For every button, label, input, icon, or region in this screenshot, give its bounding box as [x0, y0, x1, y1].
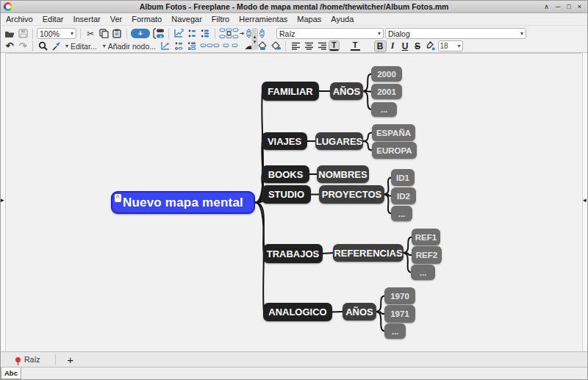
edit-pointer-button[interactable]: [50, 40, 62, 52]
node-details-text-button[interactable]: T: [351, 41, 360, 51]
mindmap-edge: [322, 253, 334, 254]
right-panel-splitter[interactable]: ◂: [582, 53, 587, 351]
mindmap-node-anos2[interactable]: AÑOS: [343, 303, 376, 320]
menu-filtro[interactable]: Filtro: [212, 15, 229, 24]
mindmap-node-dots3[interactable]: ...: [411, 265, 435, 280]
mindmap-node-y2001[interactable]: 2001: [371, 84, 402, 99]
mindmap-node-analogico[interactable]: ANALOGICO: [263, 303, 332, 321]
chart-up-icon[interactable]: [173, 28, 184, 40]
layout-grid2-icon[interactable]: [199, 40, 242, 52]
maximize-icon[interactable]: □: [567, 1, 570, 12]
edge-style-button-2[interactable]: [270, 40, 282, 52]
mindmap-node-label: AÑOS: [345, 306, 373, 318]
style-combo[interactable]: Dialog ▾: [385, 28, 526, 39]
root-node-combo[interactable]: Raíz ▾: [276, 28, 384, 39]
mindmap-node-familiar[interactable]: FAMILIAR: [262, 82, 319, 101]
chart-diagonal-icon[interactable]: [159, 40, 171, 52]
mindmap-node-label: ...: [420, 268, 427, 277]
mindmap-node-label: NOMBRES: [318, 169, 367, 180]
redo-button[interactable]: ↷: [17, 40, 29, 52]
close-icon[interactable]: ×: [578, 1, 581, 12]
menu-formato[interactable]: Formato: [132, 15, 162, 24]
font-size-value: 18: [440, 42, 448, 50]
redo-icon: ↷: [19, 40, 27, 51]
text-color-button[interactable]: [425, 40, 437, 52]
tab-raiz[interactable]: Raíz: [8, 354, 48, 366]
align-center-button[interactable]: [303, 40, 315, 52]
collapse-right-arrow-icon[interactable]: ▸: [1, 196, 4, 204]
menu-navegar[interactable]: Navegar: [171, 15, 202, 24]
align-right-button[interactable]: [316, 40, 328, 52]
node-outline-list-icon[interactable]: [186, 40, 198, 52]
mindmap-node-label: EUROPA: [376, 146, 412, 155]
mindmap-node-label: REFERENCIAS: [334, 248, 402, 259]
mindmap-node-label: ...: [381, 105, 388, 114]
shade-icon[interactable]: ∧: [544, 1, 549, 12]
mindmap-node-books[interactable]: BOOKS: [262, 165, 309, 183]
mindmap-node-label: FAMILIAR: [268, 86, 312, 97]
left-panel-splitter[interactable]: ▸: [1, 53, 6, 351]
mindmap-node-y1971[interactable]: 1971: [384, 305, 415, 323]
bold-button[interactable]: B: [375, 41, 386, 51]
new-sibling-node-button[interactable]: +: [151, 28, 165, 40]
mindmap-node-y2000[interactable]: 2000: [371, 66, 402, 82]
mindmap-node-ref2[interactable]: REF2: [412, 246, 442, 264]
node-spacing-narrow-icon[interactable]: [173, 40, 184, 52]
font-size-spinner[interactable]: 18 ▾: [438, 40, 463, 51]
paste-button[interactable]: [111, 28, 123, 40]
add-map-tab-button[interactable]: +: [63, 354, 78, 366]
menu-mapas[interactable]: Mapas: [297, 15, 321, 24]
copy-button[interactable]: [98, 28, 110, 40]
mindmap-node-label: STUDIO: [268, 189, 304, 200]
mindmap-node-europa[interactable]: EUROPA: [372, 142, 417, 159]
open-map-button[interactable]: [4, 28, 15, 40]
cut-button[interactable]: ✂: [85, 28, 96, 40]
minimize-icon[interactable]: ─: [556, 1, 560, 12]
chevron-down-icon: ▾: [65, 43, 68, 49]
mindmap-node-viajes[interactable]: VIAJES: [262, 132, 307, 150]
mindmap-node-id1[interactable]: ID1: [391, 169, 415, 186]
italic-button[interactable]: I: [387, 40, 398, 51]
mindmap-node-anos1[interactable]: AÑOS: [330, 82, 363, 100]
anadir-nodo-dropdown[interactable]: ▾ Añadir nodo...: [101, 40, 158, 52]
mindmap-node-id2[interactable]: ID2: [391, 187, 416, 204]
mindmap-node-label: 1970: [390, 292, 409, 301]
edge-style-button-1[interactable]: [257, 40, 268, 52]
mindmap-node-y1970[interactable]: 1970: [384, 287, 415, 304]
node-spacing-list-icon[interactable]: [199, 28, 211, 40]
mindmap-node-label: BOOKS: [268, 169, 304, 180]
menu-ayuda[interactable]: Ayuda: [331, 15, 354, 24]
mindmap-node-nombres[interactable]: NOMBRES: [317, 165, 369, 183]
menu-ver[interactable]: Ver: [110, 15, 123, 24]
mindmap-node-espana[interactable]: ESPAÑA: [372, 124, 415, 141]
menu-herramientas[interactable]: Herramientas: [239, 15, 287, 24]
zoom-combo[interactable]: 100% ▾: [37, 28, 76, 39]
editar-dropdown[interactable]: ▾ Editar...: [63, 40, 99, 52]
collapse-left-arrow-icon[interactable]: ◂: [583, 196, 587, 204]
underline-button[interactable]: U: [400, 41, 411, 51]
mindmap-node-dots4[interactable]: ...: [384, 323, 406, 339]
node-core-text-button[interactable]: T: [329, 41, 339, 51]
mindmap-node-referencias[interactable]: REFERENCIAS: [333, 244, 404, 262]
mindmap-node-proyectos[interactable]: PROYECTOS: [319, 185, 384, 204]
align-left-button[interactable]: [290, 40, 301, 52]
mindmap-layer[interactable]: ^Nuevo mapa mentalFAMILIARAÑOS20002001..…: [7, 53, 581, 351]
save-map-button[interactable]: [17, 28, 29, 40]
mindmap-node-dots1[interactable]: ...: [371, 102, 397, 117]
mindmap-node-root[interactable]: ^Nuevo mapa mental: [111, 191, 255, 214]
search-button[interactable]: [37, 40, 49, 52]
strikethrough-button[interactable]: S: [412, 41, 423, 51]
title-bar: Album Fotos - Freeplane - Modo de mapa m…: [1, 1, 587, 13]
menu-editar[interactable]: Editar: [43, 15, 64, 24]
mindmap-node-ref1[interactable]: REF1: [412, 229, 440, 245]
mindmap-node-dots2[interactable]: ...: [391, 206, 412, 221]
menu-archivo[interactable]: Archivo: [6, 15, 33, 24]
toolbar-collapse-button[interactable]: ▴ ▾: [251, 28, 258, 50]
mindmap-node-studio[interactable]: STUDIO: [262, 185, 311, 204]
mindmap-node-trabajos[interactable]: TRABAJOS: [263, 244, 323, 263]
mindmap-node-lugares[interactable]: LUGARES: [315, 132, 363, 150]
node-spacing-wider-icon[interactable]: [186, 28, 198, 40]
new-child-node-button[interactable]: +: [131, 29, 150, 38]
undo-button[interactable]: ↶: [4, 40, 15, 52]
menu-insertar[interactable]: Insertar: [73, 15, 100, 24]
